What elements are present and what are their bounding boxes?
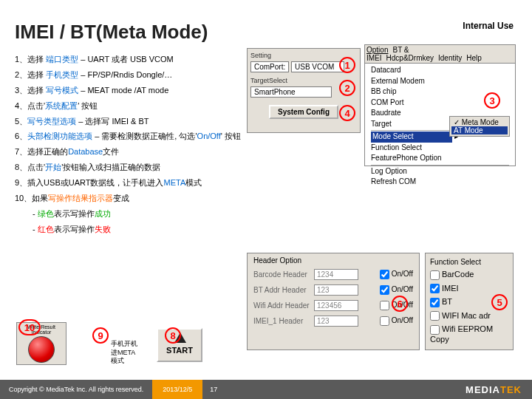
menu-item[interactable]: Datacard (371, 65, 509, 76)
footer-date: 2013/12/5 (152, 380, 202, 399)
header-option-title: Header Option (253, 256, 413, 265)
mode-submenu: ✓ Meta Mode AT Mode (449, 116, 510, 137)
mediatek-logo: MEDIATEK (466, 384, 522, 395)
comport-label: ComPort: (250, 61, 289, 72)
menu-item-mode-select[interactable]: Mode Select (371, 132, 452, 143)
bt-onoff[interactable]: On/Off (380, 285, 413, 295)
footer: Copyright © MediaTek Inc. All rights res… (0, 380, 532, 399)
badge-2: 2 (339, 80, 355, 96)
menu-item[interactable]: External Modem (371, 76, 509, 87)
page-number: 17 (202, 386, 225, 393)
badge-4: 4 (339, 105, 355, 121)
steps-list: 1、选择 端口类型 – UART 或者 USB VCOM 2、选择 手机类型 –… (15, 52, 251, 237)
note-meta-mode: 手机开机 进META 模式 (111, 340, 137, 366)
func-imei[interactable]: IMEI (430, 284, 508, 294)
wifi-header-label: Wifi Addr Header (253, 301, 314, 310)
menu-option[interactable]: Option (366, 46, 388, 54)
internal-use-label: Internal Use (463, 21, 514, 31)
page-title: IMEI / BT(Meta Mode) (15, 21, 208, 44)
imei1-header-label: IMEI_1 Header (253, 317, 314, 325)
barcode-onoff[interactable]: On/Off (380, 270, 413, 279)
badge-1: 1 (339, 57, 355, 73)
badge-10: 10 (18, 319, 41, 335)
submenu-meta-mode[interactable]: ✓ Meta Mode (451, 118, 508, 126)
bt-header-label: BT Addr Header (253, 286, 314, 294)
target-select[interactable]: SmartPhone (250, 86, 332, 98)
menubar[interactable]: OptionBT & IMEIHdcp&DrmkeyIdentityHelp (365, 45, 515, 64)
barcode-header-input[interactable]: 1234 (314, 269, 358, 280)
func-barcode[interactable]: BarCode (430, 270, 508, 280)
system-config-button[interactable]: System Config (269, 105, 338, 119)
comport-select[interactable]: USB VCOM (291, 61, 344, 72)
imei1-header-input[interactable]: 123 (314, 316, 358, 327)
function-select-title: Function Select (430, 258, 508, 266)
bt-header-input[interactable]: 123 (314, 284, 358, 296)
func-wifi-eeprom[interactable]: Wifi EEPROM Copy (430, 324, 508, 344)
badge-3: 3 (484, 92, 500, 109)
menu-hdcp[interactable]: Hdcp&Drmkey (386, 54, 434, 62)
submenu-at-mode[interactable]: AT Mode (451, 126, 508, 134)
badge-5: 5 (491, 294, 508, 310)
menu-item[interactable]: Function Select (371, 143, 509, 154)
menu-help[interactable]: Help (466, 54, 482, 62)
menu-item[interactable]: Refresh COM (371, 177, 509, 188)
badge-6: 6 (392, 296, 408, 312)
badge-9: 9 (92, 327, 109, 344)
menu-item[interactable]: FeaturePhone Option (371, 153, 509, 164)
barcode-header-label: Barcode Header (253, 270, 314, 279)
func-wifi-mac[interactable]: WIFI Mac adr (430, 311, 508, 321)
wifi-header-input[interactable]: 123456 (314, 300, 358, 311)
indicator-light-icon (28, 336, 55, 363)
setting-title: Setting (250, 52, 357, 59)
copyright: Copyright © MediaTek Inc. All rights res… (0, 386, 152, 393)
imei1-onoff[interactable]: On/Off (380, 316, 413, 326)
menu-identity[interactable]: Identity (438, 54, 462, 62)
menu-item[interactable]: Log Option (371, 166, 509, 177)
badge-8: 8 (165, 327, 181, 344)
